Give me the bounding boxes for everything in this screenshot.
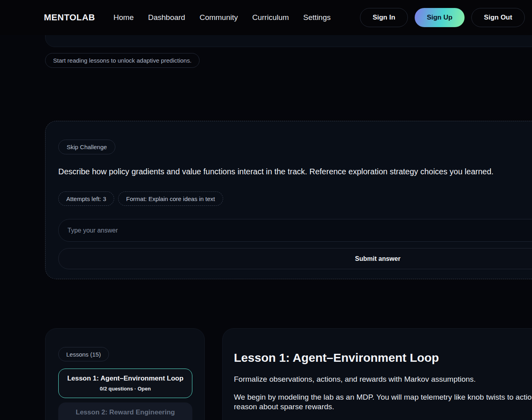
lesson-detail-summary: Formalize observations, actions, and rew…: [234, 375, 476, 384]
challenge-card: Skip Challenge Describe how policy gradi…: [45, 121, 532, 279]
nav-actions: Sign In Sign Up Sign Out: [360, 8, 532, 27]
challenge-question: Describe how policy gradients and value …: [58, 167, 494, 176]
lesson-item-1[interactable]: Lesson 1: Agent–Environment Loop 0/2 que…: [58, 369, 192, 398]
sign-in-button[interactable]: Sign In: [360, 8, 408, 27]
nav-links: Home Dashboard Community Curriculum Sett…: [113, 13, 330, 22]
challenge-meta-row: Attempts left: 3 Format: Explain core id…: [58, 191, 223, 206]
format-badge: Format: Explain core ideas in text: [118, 191, 223, 206]
sign-out-button[interactable]: Sign Out: [471, 8, 525, 27]
lesson-detail-body: We begin by modeling the lab as an MDP. …: [234, 392, 532, 412]
skip-challenge-button[interactable]: Skip Challenge: [58, 140, 115, 154]
attempts-left-badge: Attempts left: 3: [58, 191, 114, 206]
brand-logo: MENTOLAB: [44, 12, 95, 23]
lesson-item-2[interactable]: Lesson 2: Reward Engineering 0/2 questio…: [58, 402, 192, 420]
lesson-item-meta: 0/2 questions · Open: [100, 386, 151, 392]
nav-link-home[interactable]: Home: [113, 13, 134, 22]
lesson-item-title: Lesson 1: Agent–Environment Loop: [67, 375, 183, 382]
lessons-panel: Lessons (15) Lesson 1: Agent–Environment…: [45, 328, 205, 420]
sign-up-button[interactable]: Sign Up: [415, 8, 465, 27]
page: MENTOLAB Home Dashboard Community Curric…: [0, 0, 532, 420]
submit-answer-button[interactable]: Submit answer: [58, 248, 532, 269]
unlock-status-pill: Start reading lessons to unlock adaptive…: [45, 53, 200, 68]
nav-link-community[interactable]: Community: [200, 13, 238, 22]
lesson-detail-card: Lesson 1: Agent–Environment Loop Formali…: [222, 328, 532, 420]
nav-link-dashboard[interactable]: Dashboard: [148, 13, 185, 22]
navbar: MENTOLAB Home Dashboard Community Curric…: [0, 0, 532, 35]
lessons-count-badge: Lessons (15): [58, 347, 109, 361]
nav-link-curriculum[interactable]: Curriculum: [252, 13, 289, 22]
lesson-item-title: Lesson 2: Reward Engineering: [76, 408, 175, 416]
answer-input[interactable]: [58, 219, 532, 242]
lesson-detail-title: Lesson 1: Agent–Environment Loop: [234, 351, 439, 365]
nav-link-settings[interactable]: Settings: [303, 13, 331, 22]
